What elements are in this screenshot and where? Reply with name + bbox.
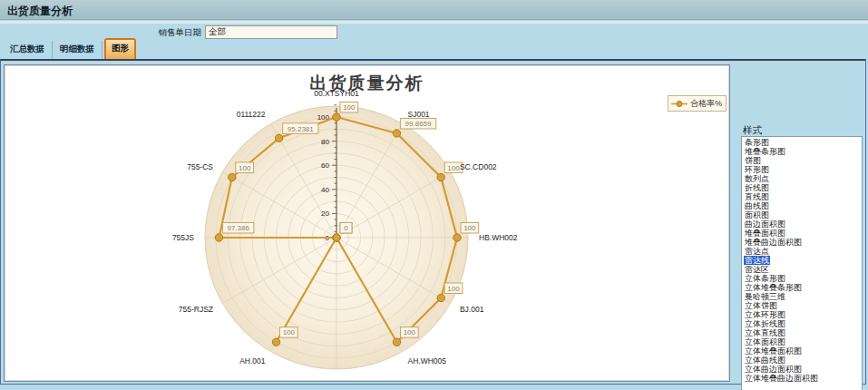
legend-line-marker-icon: [670, 100, 688, 108]
window-titlebar: 出货质量分析: [0, 0, 868, 20]
data-point: [454, 234, 461, 241]
tab-bar: 汇总数据 明细数据 图形: [0, 41, 868, 59]
data-point: [229, 173, 236, 180]
data-point: [275, 134, 282, 141]
axis-tick-label: 60: [321, 161, 329, 170]
style-list-item-22[interactable]: 立体面积图: [744, 337, 862, 346]
axis-tick-label: 40: [321, 186, 329, 194]
data-point: [393, 130, 400, 137]
data-point: [272, 338, 279, 346]
axis-tick-label: 80: [321, 138, 329, 146]
category-label: AH.RH.001: [317, 379, 356, 381]
style-list-item-5[interactable]: 折线图: [744, 183, 862, 192]
data-point: [437, 173, 444, 180]
chart-legend: 合格率%: [668, 95, 727, 112]
style-list-item-23[interactable]: 立体堆叠面积图: [744, 346, 862, 356]
category-label: 755JS: [172, 233, 194, 242]
chart-panel: 出货质量分析 02040608010010099.865910010010010…: [4, 64, 730, 382]
style-list-item-15[interactable]: 立体条形图: [744, 274, 862, 283]
style-list[interactable]: 条形图堆叠条形图饼图环形图散列点折线图直线图曲线图面积图曲边面积图堆叠面积图堆叠…: [741, 136, 863, 390]
style-list-item-9[interactable]: 曲边面积图: [744, 219, 862, 229]
data-point: [333, 234, 340, 241]
value-label: 100: [283, 328, 296, 336]
style-panel-title: 样式: [743, 124, 762, 137]
legend-label: 合格率%: [690, 98, 722, 110]
style-list-item-8[interactable]: 面积图: [744, 210, 862, 219]
category-label: BJ.001: [460, 305, 484, 314]
style-list-item-4[interactable]: 散列点: [744, 174, 862, 183]
style-list-item-19[interactable]: 立体环形图: [744, 310, 862, 319]
tab-content-area: 出货质量分析 02040608010010099.865910010010010…: [0, 59, 866, 385]
style-list-item-11[interactable]: 堆叠曲边面积图: [744, 238, 862, 247]
value-label: 100: [404, 328, 416, 336]
style-list-item-7[interactable]: 曲线图: [744, 201, 862, 210]
date-filter-input[interactable]: [205, 25, 337, 39]
category-label: AH.001: [239, 356, 266, 366]
style-list-item-13[interactable]: 雷达线: [744, 256, 862, 265]
value-label: 99.8659: [405, 120, 432, 128]
category-label: SC.CD002: [460, 162, 497, 171]
value-label: 95.2381: [288, 125, 314, 133]
tab-chart[interactable]: 图形: [104, 38, 136, 59]
style-list-item-1[interactable]: 堆叠条形图: [744, 147, 862, 156]
style-list-item-6[interactable]: 直线图: [744, 192, 862, 201]
value-label: 100: [239, 164, 251, 172]
value-label: 100: [447, 164, 460, 172]
style-list-item-3[interactable]: 环形图: [744, 165, 862, 174]
value-label: 97.386: [227, 224, 249, 232]
category-label: SJ001: [408, 110, 430, 119]
value-label: 100: [463, 224, 476, 232]
value-label: 0: [344, 224, 348, 232]
style-list-item-16[interactable]: 立体堆叠条形图: [744, 283, 862, 292]
category-label: HB.WH002: [479, 233, 518, 242]
radar-chart: 02040608010010099.8659100100100100010009…: [5, 66, 728, 381]
style-list-item-26[interactable]: 立体堆叠曲边面积图: [744, 374, 862, 383]
category-label: 755-CS: [187, 162, 213, 171]
style-list-item-24[interactable]: 立体曲线图: [744, 356, 862, 365]
style-list-item-21[interactable]: 立体直线图: [744, 328, 862, 337]
style-list-item-17[interactable]: 曼哈顿三维: [744, 292, 862, 301]
data-point: [393, 338, 400, 346]
data-point: [333, 113, 340, 121]
data-point: [437, 294, 444, 301]
tab-summary-data[interactable]: 汇总数据: [3, 41, 53, 59]
value-label: 100: [447, 285, 460, 293]
value-label: 100: [343, 103, 356, 112]
category-label: 00.XTSYH01: [314, 89, 359, 98]
style-list-item-2[interactable]: 饼图: [744, 156, 862, 165]
style-list-item-14[interactable]: 雷达区: [744, 265, 862, 274]
category-label: 0111222: [237, 110, 266, 119]
axis-tick-label: 20: [321, 210, 329, 218]
style-list-item-12[interactable]: 雷达点: [744, 247, 862, 256]
style-list-item-18[interactable]: 立体饼图: [744, 301, 862, 310]
style-list-item-25[interactable]: 立体曲边面积图: [744, 365, 862, 374]
page-title: 出货质量分析: [7, 4, 73, 19]
category-label: 755-RJSZ: [179, 305, 213, 314]
data-point: [215, 234, 222, 241]
tab-detail-data[interactable]: 明细数据: [53, 41, 102, 59]
style-list-item-20[interactable]: 立体折线图: [744, 319, 862, 328]
style-list-item-0[interactable]: 条形图: [744, 138, 862, 147]
style-list-item-10[interactable]: 堆叠面积图: [744, 229, 862, 238]
category-label: AH.WH005: [408, 356, 447, 366]
